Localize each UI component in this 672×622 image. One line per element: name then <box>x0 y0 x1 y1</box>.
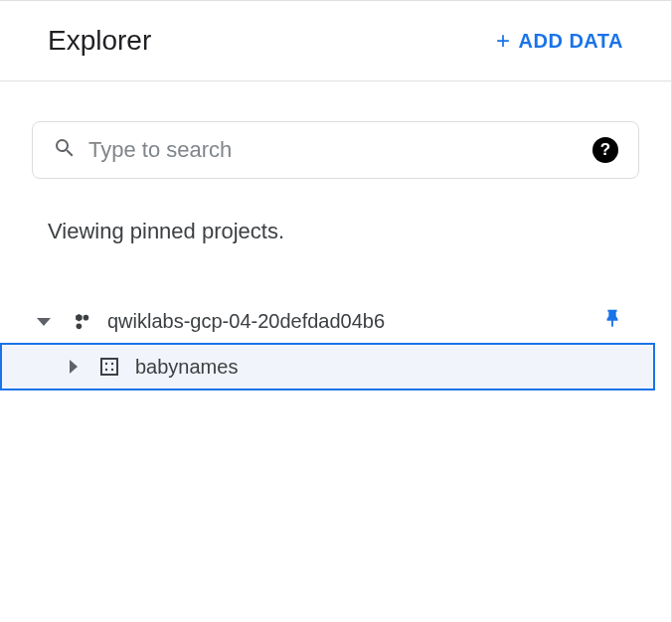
project-icon <box>68 309 93 335</box>
add-data-button[interactable]: + ADD DATA <box>496 29 623 53</box>
panel-title: Explorer <box>48 25 151 57</box>
svg-point-5 <box>105 369 107 371</box>
expand-toggle[interactable] <box>62 360 85 374</box>
caret-right-icon <box>70 360 78 374</box>
svg-point-0 <box>84 314 89 320</box>
status-text: Viewing pinned projects. <box>32 219 639 244</box>
expand-toggle[interactable] <box>32 318 56 326</box>
dataset-icon <box>97 355 121 379</box>
project-name: qwiklabs-gcp-04-20defdad04b6 <box>107 310 601 333</box>
help-icon[interactable]: ? <box>592 137 618 163</box>
panel-header: Explorer + ADD DATA <box>0 0 671 81</box>
svg-point-3 <box>105 363 107 365</box>
dataset-row[interactable]: babynames <box>0 343 655 390</box>
svg-rect-2 <box>101 359 117 375</box>
search-input[interactable] <box>88 137 592 163</box>
svg-point-1 <box>77 323 83 329</box>
resource-tree: qwiklabs-gcp-04-20defdad04b6 <box>16 300 639 390</box>
search-box[interactable]: ? <box>32 121 639 179</box>
project-row[interactable]: qwiklabs-gcp-04-20defdad04b6 <box>16 300 639 343</box>
caret-down-icon <box>37 318 51 326</box>
dataset-name: babynames <box>135 356 238 379</box>
plus-icon: + <box>496 29 511 53</box>
svg-point-4 <box>111 363 113 365</box>
add-data-label: ADD DATA <box>519 30 623 53</box>
explorer-panel: Explorer + ADD DATA ? Viewing pinned pro… <box>0 0 672 622</box>
panel-content: ? Viewing pinned projects. qwiklabs-gcp-… <box>0 81 671 390</box>
pin-icon[interactable] <box>601 308 623 335</box>
svg-point-6 <box>111 369 113 371</box>
search-icon <box>53 136 77 164</box>
